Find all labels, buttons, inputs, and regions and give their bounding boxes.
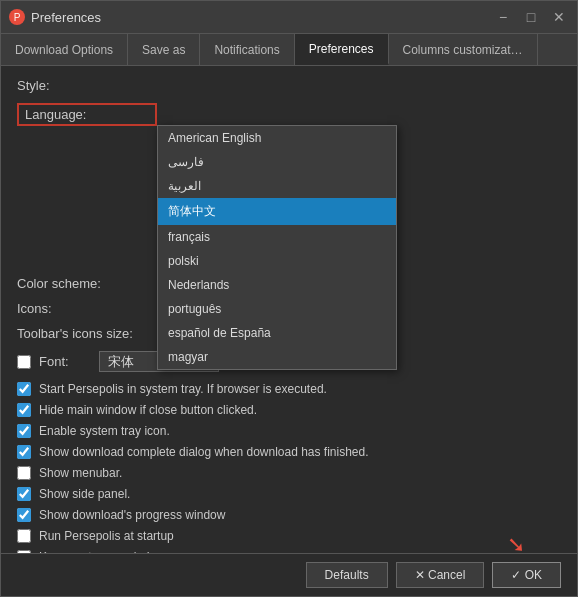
content-area: Style: Language: American English فارسی … (1, 66, 577, 553)
language-dropdown[interactable]: American English فارسی العربية 简体中文 fran… (157, 125, 397, 370)
checkbox-row-show_menubar: Show menubar. (17, 466, 561, 480)
checkbox-start_tray[interactable] (17, 382, 31, 396)
language-label: Language: (17, 103, 157, 126)
footer: ➘ Defaults ✕ Cancel ✓ OK (1, 553, 577, 596)
checkbox-label-hide_main: Hide main window if close button clicked… (39, 403, 257, 417)
toolbar-icons-size-label: Toolbar's icons size: (17, 326, 157, 341)
checkbox-label-show_complete: Show download complete dialog when downl… (39, 445, 369, 459)
lang-arabic[interactable]: العربية (158, 174, 396, 198)
checkbox-row-start_tray: Start Persepolis in system tray. If brow… (17, 382, 561, 396)
checkboxes-container: Start Persepolis in system tray. If brow… (17, 382, 561, 553)
tab-columns[interactable]: Columns customizat… (389, 34, 538, 65)
app-icon: P (9, 9, 25, 25)
close-button[interactable]: ✕ (549, 7, 569, 27)
window-title: Preferences (31, 10, 493, 25)
checkbox-row-show_side: Show side panel. (17, 487, 561, 501)
checkbox-show_side[interactable] (17, 487, 31, 501)
arrow-icon: ➘ (507, 532, 525, 558)
lang-spanish[interactable]: español de España (158, 321, 396, 345)
lang-american-english[interactable]: American English (158, 126, 396, 150)
lang-farsi[interactable]: فارسی (158, 150, 396, 174)
maximize-button[interactable]: □ (521, 7, 541, 27)
color-scheme-label: Color scheme: (17, 276, 157, 291)
tabs-bar: Download Options Save as Notifications P… (1, 34, 577, 66)
icons-label: Icons: (17, 301, 157, 316)
checkbox-label-run_startup: Run Persepolis at startup (39, 529, 174, 543)
lang-portuguese[interactable]: português (158, 297, 396, 321)
checkbox-enable_tray[interactable] (17, 424, 31, 438)
window-controls: − □ ✕ (493, 7, 569, 27)
lang-polish[interactable]: polski (158, 249, 396, 273)
font-label: Font: (39, 354, 99, 369)
minimize-button[interactable]: − (493, 7, 513, 27)
font-checkbox[interactable] (17, 355, 31, 369)
checkbox-label-show_progress: Show download's progress window (39, 508, 225, 522)
lang-dutch[interactable]: Nederlands (158, 273, 396, 297)
checkbox-label-enable_tray: Enable system tray icon. (39, 424, 170, 438)
style-row: Style: (17, 78, 561, 93)
checkbox-run_startup[interactable] (17, 529, 31, 543)
checkbox-label-start_tray: Start Persepolis in system tray. If brow… (39, 382, 327, 396)
tab-save-as[interactable]: Save as (128, 34, 200, 65)
checkbox-row-enable_tray: Enable system tray icon. (17, 424, 561, 438)
lang-french[interactable]: français (158, 225, 396, 249)
checkbox-row-run_startup: Run Persepolis at startup (17, 529, 561, 543)
lang-hungarian[interactable]: magyar (158, 345, 396, 369)
title-bar: P Preferences − □ ✕ (1, 1, 577, 34)
checkbox-show_progress[interactable] (17, 508, 31, 522)
ok-button[interactable]: ✓ OK (492, 562, 561, 588)
checkbox-show_complete[interactable] (17, 445, 31, 459)
checkbox-row-show_complete: Show download complete dialog when downl… (17, 445, 561, 459)
checkbox-row-show_progress: Show download's progress window (17, 508, 561, 522)
checkbox-hide_main[interactable] (17, 403, 31, 417)
style-label: Style: (17, 78, 157, 93)
cancel-button[interactable]: ✕ Cancel (396, 562, 485, 588)
preferences-window: P Preferences − □ ✕ Download Options Sav… (0, 0, 578, 597)
tab-notifications[interactable]: Notifications (200, 34, 294, 65)
checkbox-row-hide_main: Hide main window if close button clicked… (17, 403, 561, 417)
checkbox-label-show_side: Show side panel. (39, 487, 130, 501)
language-row: Language: American English فارسی العربية… (17, 103, 561, 126)
checkbox-show_menubar[interactable] (17, 466, 31, 480)
lang-simplified-chinese[interactable]: 简体中文 (158, 198, 396, 225)
tab-download-options[interactable]: Download Options (1, 34, 128, 65)
tab-preferences[interactable]: Preferences (295, 34, 389, 65)
defaults-button[interactable]: Defaults (306, 562, 388, 588)
checkbox-label-show_menubar: Show menubar. (39, 466, 122, 480)
